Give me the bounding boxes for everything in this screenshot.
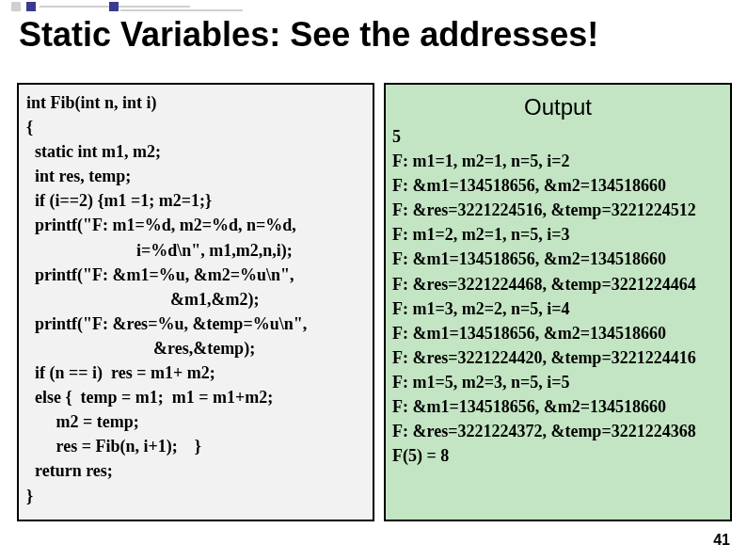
output-title: Output [386, 85, 730, 124]
output-line: F: m1=1, m2=1, n=5, i=2 [392, 149, 723, 173]
page-number: 41 [713, 532, 730, 549]
code-line: &res,&temp); [26, 336, 365, 360]
output-line: F: &m1=134518656, &m2=134518660 [392, 394, 723, 419]
output-line: F: &res=3221224420, &temp=3221224416 [392, 345, 723, 370]
code-line: m2 = temp; [26, 409, 365, 434]
output-box: Output 5 F: m1=1, m2=1, n=5, i=2 F: &m1=… [384, 83, 732, 521]
output-line: F: &m1=134518656, &m2=134518660 [392, 321, 723, 345]
code-line: res = Fib(n, i+1); } [26, 434, 365, 458]
code-line: if (n == i) res = m1+ m2; [26, 360, 365, 385]
slide-title: Static Variables: See the addresses! [19, 15, 598, 55]
output-line: F: &res=3221224372, &temp=3221224368 [392, 419, 723, 443]
code-box: int Fib(int n, int i) { static int m1, m… [17, 83, 374, 521]
code-line: printf("F: &res=%u, &temp=%u\n", [26, 312, 365, 336]
output-line: F: &m1=134518656, &m2=134518660 [392, 173, 723, 198]
code-line: int res, temp; [26, 164, 365, 188]
output-line: F: &res=3221224468, &temp=3221224464 [392, 272, 723, 296]
code-line: printf("F: m1=%d, m2=%d, n=%d, [26, 213, 365, 237]
decorative-bar [0, 0, 747, 13]
output-line: F: &res=3221224516, &temp=3221224512 [392, 198, 723, 222]
code-line: if (i==2) {m1 =1; m2=1;} [26, 188, 365, 213]
code-line: return res; [26, 458, 365, 483]
output-line: 5 [392, 124, 723, 149]
output-line: F: m1=5, m2=3, n=5, i=5 [392, 370, 723, 394]
code-line: static int m1, m2; [26, 139, 365, 164]
code-line: int Fib(int n, int i) [26, 90, 365, 115]
output-line: F(5) = 8 [392, 443, 723, 468]
code-line: &m1,&m2); [26, 287, 365, 312]
output-line: F: &m1=134518656, &m2=134518660 [392, 247, 723, 271]
code-line: printf("F: &m1=%u, &m2=%u\n", [26, 263, 365, 287]
output-content: 5 F: m1=1, m2=1, n=5, i=2 F: &m1=1345186… [386, 124, 730, 468]
code-line: } [26, 484, 365, 508]
output-line: F: m1=2, m2=1, n=5, i=3 [392, 222, 723, 247]
code-line: i=%d\n", m1,m2,n,i); [26, 238, 365, 263]
output-line: F: m1=3, m2=2, n=5, i=4 [392, 296, 723, 321]
code-line: else { temp = m1; m1 = m1+m2; [26, 385, 365, 409]
code-line: { [26, 115, 365, 139]
